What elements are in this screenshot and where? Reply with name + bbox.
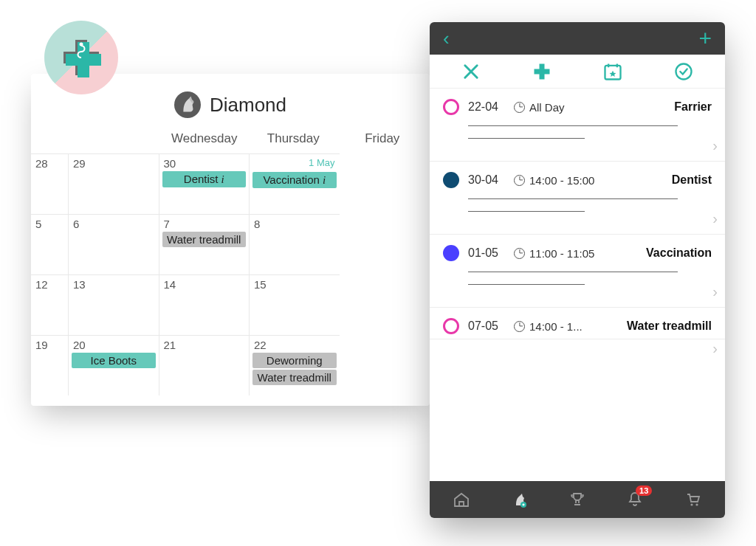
calendar-event[interactable]: Vaccinationi: [252, 172, 337, 188]
appointment-date: 07-05: [468, 319, 505, 333]
month-tag: 1 May: [309, 157, 334, 168]
calendar-event[interactable]: Water treadmill: [252, 370, 337, 385]
appointment-title: Water treadmill: [627, 319, 712, 333]
appointment-time: All Day: [514, 101, 665, 114]
appointment-date: 01-05: [468, 246, 505, 260]
nav-barn[interactable]: [450, 488, 472, 511]
appointment-time: 11:00 - 11:05: [514, 247, 637, 260]
clock-icon: [514, 321, 525, 332]
day-header-thu: Thursday: [249, 131, 338, 146]
appointment-date: 22-04: [468, 100, 505, 114]
phone-bottom-nav: 13: [430, 481, 725, 518]
info-icon: i: [323, 174, 326, 186]
phone-filter-tabs: [430, 55, 725, 89]
appointment-list: 22-04 All Day Farrier › 30-04 14:00 - 15…: [430, 89, 725, 481]
calendar-week: 19 20 Ice Boots 21 22 Deworming Water tr…: [31, 335, 430, 395]
week-number: 5: [31, 214, 68, 274]
cart-icon: [684, 491, 702, 508]
note-lines: [468, 125, 712, 139]
nav-horse[interactable]: [509, 488, 531, 511]
clock-icon: [514, 175, 525, 186]
status-dot: [443, 318, 459, 334]
calendar-week: 12 13 14 15: [31, 274, 430, 335]
clock-icon: [514, 248, 525, 259]
appointment-item[interactable]: 22-04 All Day Farrier ›: [430, 89, 725, 162]
appointment-time: 14:00 - 1...: [514, 320, 618, 333]
horse-name: Diamond: [210, 94, 286, 117]
day-header-fri: Friday: [338, 131, 427, 146]
info-icon: i: [221, 173, 224, 185]
calendar-cell[interactable]: 15: [249, 274, 340, 335]
svg-rect-3: [66, 54, 101, 66]
chevron-right-icon: ›: [712, 283, 718, 300]
medical-cross-icon: [532, 61, 552, 82]
appointment-date: 30-04: [468, 173, 505, 187]
calendar-cell[interactable]: 21: [159, 335, 250, 395]
status-dot: [443, 245, 459, 261]
week-number: 12: [31, 274, 68, 335]
add-button[interactable]: +: [698, 27, 712, 49]
calendar-cell[interactable]: 22 Deworming Water treadmill: [249, 335, 340, 395]
nav-trophy[interactable]: [566, 488, 588, 511]
svg-point-8: [676, 63, 692, 79]
clock-icon: [514, 102, 525, 113]
svg-point-4: [80, 43, 83, 46]
calendar-week: 28 29 30 Dentisti 1 May Vaccinationi: [31, 153, 430, 214]
status-dot: [443, 172, 459, 188]
close-tab[interactable]: [461, 61, 481, 82]
health-tab[interactable]: [532, 61, 552, 82]
nav-notifications[interactable]: 13: [624, 488, 646, 511]
barn-icon: [453, 491, 470, 508]
health-badge: [44, 21, 118, 94]
calendar-cell[interactable]: 29: [68, 153, 159, 214]
calendar-cell[interactable]: 8: [249, 214, 340, 274]
svg-point-10: [690, 503, 693, 505]
chevron-right-icon: ›: [712, 340, 718, 357]
calendar-day-headers: Wednesday Thursday Friday: [31, 127, 430, 153]
appointment-title: Dentist: [672, 173, 712, 187]
trophy-icon: [568, 491, 586, 508]
calendar-week: 5 6 7 Water treadmill 8: [31, 214, 430, 274]
calendar-event[interactable]: Dentisti: [162, 171, 247, 187]
appointment-title: Vaccination: [646, 246, 712, 260]
chevron-right-icon: ›: [712, 137, 718, 154]
week-number: 28: [31, 153, 68, 214]
close-icon: [461, 61, 481, 82]
back-button[interactable]: ‹: [443, 27, 450, 50]
day-header-wed: Wednesday: [160, 131, 250, 146]
horse-avatar[interactable]: [174, 91, 201, 118]
calendar-event[interactable]: Deworming: [252, 353, 337, 368]
check-circle-icon: [673, 61, 694, 82]
appointment-item[interactable]: 30-04 14:00 - 15:00 Dentist ›: [430, 162, 725, 235]
phone-top-bar: ‹ +: [430, 22, 725, 55]
calendar-cell[interactable]: 13: [68, 274, 159, 335]
medical-cross-icon: [59, 35, 103, 80]
note-lines: [468, 198, 712, 212]
appointment-item[interactable]: 01-05 11:00 - 11:05 Vaccination ›: [430, 235, 725, 308]
schedule-tab[interactable]: [602, 61, 623, 82]
calendar-panel: Diamond Wednesday Thursday Friday 28 29 …: [31, 74, 430, 406]
calendar-event[interactable]: Water treadmill: [162, 232, 247, 247]
horse-head-icon: [511, 491, 529, 508]
calendar-cell[interactable]: 30 Dentisti: [159, 153, 250, 214]
calendar-cell[interactable]: 20 Ice Boots: [68, 335, 159, 395]
week-number: 19: [31, 335, 68, 395]
appointment-title: Farrier: [674, 100, 712, 114]
nav-cart[interactable]: [682, 488, 704, 511]
calendar-event[interactable]: Ice Boots: [72, 353, 156, 368]
chevron-right-icon: ›: [712, 210, 718, 227]
appointment-item[interactable]: 07-05 14:00 - 1... Water treadmill ›: [430, 308, 725, 339]
note-lines: [468, 272, 712, 285]
done-tab[interactable]: [673, 61, 694, 82]
svg-rect-6: [535, 69, 550, 74]
phone-panel: ‹ + 22-04 All Day Farrier ›: [430, 22, 725, 518]
svg-point-11: [695, 503, 698, 505]
notification-badge: 13: [636, 485, 652, 496]
appointment-time: 14:00 - 15:00: [514, 174, 663, 187]
calendar-cell[interactable]: 1 May Vaccinationi: [249, 153, 340, 214]
calendar-cell[interactable]: 14: [159, 274, 250, 335]
calendar-star-icon: [602, 61, 623, 82]
calendar-cell[interactable]: 6: [68, 214, 159, 274]
calendar-cell[interactable]: 7 Water treadmill: [159, 214, 250, 274]
status-dot: [443, 99, 459, 115]
